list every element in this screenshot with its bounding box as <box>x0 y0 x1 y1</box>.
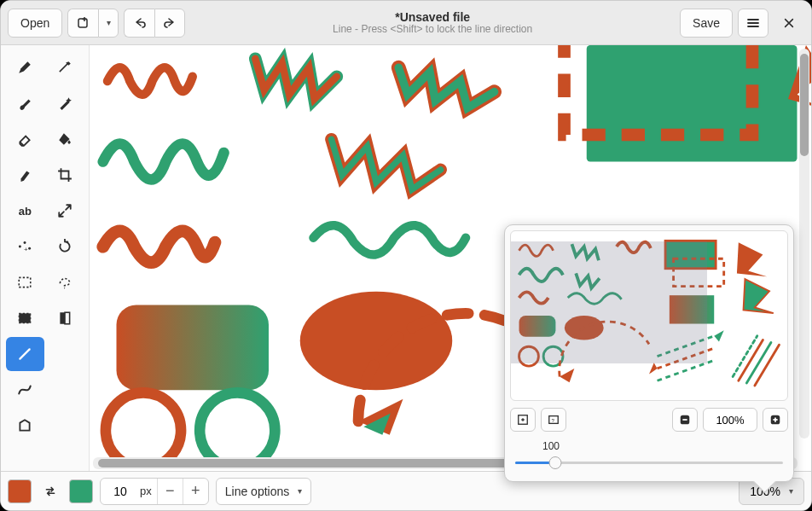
curve-tool[interactable] <box>6 373 44 407</box>
open-button[interactable]: Open <box>8 9 62 38</box>
brush-tool[interactable] <box>6 86 44 120</box>
svg-line-11 <box>20 349 30 358</box>
main-area: ab + <box>1 45 811 471</box>
scale-icon <box>57 203 72 218</box>
minimap-zoom-value: 100% <box>703 408 757 432</box>
line-tool[interactable] <box>6 337 44 371</box>
secondary-color-swatch[interactable] <box>69 479 93 503</box>
swap-colors-button[interactable] <box>38 479 62 503</box>
redo-icon <box>163 16 177 30</box>
swap-icon <box>43 484 58 499</box>
title-block: *Unsaved file Line - Press <Shift> to lo… <box>190 10 675 36</box>
undo-button[interactable] <box>124 9 154 38</box>
eraser-tool[interactable] <box>6 122 44 156</box>
color-picker-tool[interactable] <box>46 50 84 84</box>
marker-icon <box>17 167 32 183</box>
svg-point-5 <box>28 247 31 250</box>
wand-icon <box>57 96 72 111</box>
tool-spacer-3 <box>46 409 84 443</box>
curve-icon <box>17 382 32 398</box>
color-select-tool[interactable] <box>6 301 44 335</box>
rect-select-tool[interactable] <box>6 265 44 299</box>
tool-hint: Line - Press <Shift> to lock the line di… <box>190 24 675 36</box>
crop-tool[interactable] <box>46 158 84 192</box>
rotate-icon <box>57 239 72 254</box>
line-width-field: px − + <box>100 478 209 505</box>
fill-tool[interactable] <box>46 122 84 156</box>
close-window-button[interactable] <box>774 9 804 38</box>
svg-point-18 <box>200 392 275 457</box>
history-group <box>124 9 185 38</box>
zoom-in-button[interactable] <box>763 408 788 432</box>
shape-tool[interactable] <box>6 409 44 443</box>
filter-icon <box>57 311 72 326</box>
pencil-tool[interactable] <box>6 50 44 84</box>
line-options-combo[interactable]: Line options ▾ <box>216 478 312 505</box>
zoom-original-button[interactable]: ? <box>541 408 566 432</box>
save-button[interactable]: Save <box>680 9 733 38</box>
header-bar: Open ▾ *Unsaved file Line - Press <Shift… <box>1 1 811 45</box>
minimap-popover: ? 100% 100 <box>504 224 794 482</box>
new-menu: ▾ <box>67 9 119 38</box>
minimap-viewport[interactable] <box>511 241 707 363</box>
brush-icon <box>17 96 32 111</box>
chevron-down-icon: ▾ <box>298 486 302 496</box>
dropper-icon <box>57 60 72 75</box>
line-width-input[interactable] <box>101 485 140 498</box>
svg-marker-31 <box>714 330 723 341</box>
text-tool[interactable]: ab <box>6 194 44 228</box>
line-width-increment[interactable]: + <box>183 479 208 504</box>
redo-button[interactable] <box>154 9 185 38</box>
svg-marker-30 <box>560 369 574 382</box>
minimap-thumbnail[interactable] <box>510 230 788 401</box>
new-tab-icon <box>77 16 90 30</box>
highlighter-tool[interactable] <box>6 158 44 192</box>
line-icon <box>17 346 32 362</box>
magic-tool[interactable] <box>46 86 84 120</box>
color-select-icon <box>17 311 32 326</box>
tool-sidebar: ab + <box>1 45 90 471</box>
rect-select-icon <box>17 275 32 290</box>
svg-rect-15 <box>117 305 270 391</box>
hamburger-menu-button[interactable] <box>738 9 768 38</box>
svg-rect-8 <box>20 313 32 322</box>
zoom-slider-wrap: 100 <box>510 440 788 476</box>
svg-point-4 <box>24 241 26 244</box>
new-dropdown-button[interactable]: ▾ <box>98 9 119 38</box>
vertical-scrollbar[interactable] <box>799 49 809 438</box>
free-select-tool[interactable] <box>46 265 84 299</box>
line-width-decrement[interactable]: − <box>157 479 183 504</box>
tool-spacer-1 <box>46 337 84 371</box>
zoom-slider[interactable] <box>515 454 783 471</box>
tool-spacer-2 <box>46 373 84 407</box>
svg-point-16 <box>300 292 453 391</box>
slider-thumb[interactable] <box>549 456 562 469</box>
svg-marker-23 <box>737 242 767 276</box>
minus-icon <box>679 414 691 426</box>
zoom-fit-button[interactable] <box>510 408 536 432</box>
new-tab-button[interactable] <box>67 9 98 38</box>
eraser-icon <box>17 131 32 147</box>
svg-text:+: + <box>24 246 28 253</box>
chevron-down-icon: ▾ <box>789 486 793 496</box>
svg-rect-7 <box>20 277 32 287</box>
points-tool[interactable]: + <box>6 229 44 264</box>
points-icon: + <box>17 239 32 254</box>
rotate-tool[interactable] <box>46 229 84 264</box>
svg-rect-12 <box>587 45 798 162</box>
zoom-out-button[interactable] <box>672 408 698 432</box>
pencil-icon <box>17 60 32 75</box>
zoom-original-icon: ? <box>548 414 560 426</box>
app-window: Open ▾ *Unsaved file Line - Press <Shift… <box>0 0 812 511</box>
scale-tool[interactable] <box>46 194 84 228</box>
minimap-controls: ? 100% <box>510 408 788 432</box>
svg-point-17 <box>106 392 181 457</box>
svg-marker-32 <box>649 363 658 374</box>
svg-text:?: ? <box>551 417 554 423</box>
free-select-icon <box>57 275 72 290</box>
canvas-wrap: ? 100% 100 <box>90 45 811 471</box>
zoom-slider-label: 100 <box>542 440 783 452</box>
zoom-fit-icon <box>517 414 529 426</box>
filter-tool[interactable] <box>46 301 84 335</box>
primary-color-swatch[interactable] <box>8 479 32 503</box>
